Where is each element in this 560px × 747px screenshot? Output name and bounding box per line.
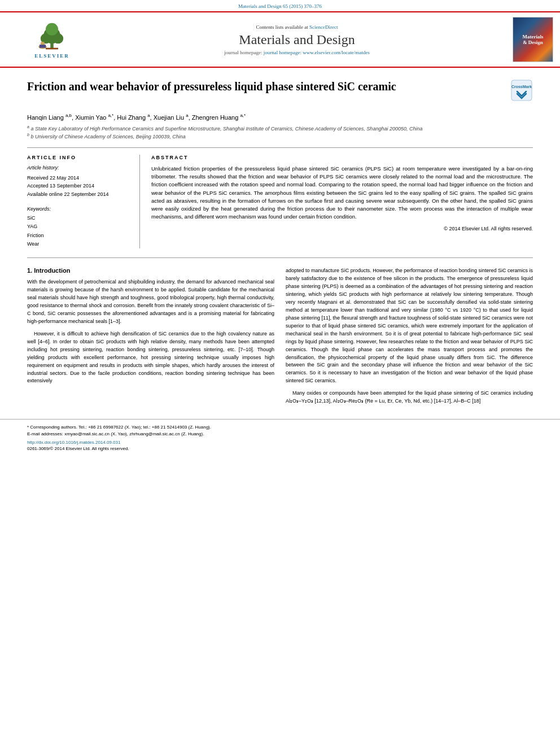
intro-para-1: With the development of petrochemical an… [27, 278, 274, 326]
article-title-section: Friction and wear behavior of pressurele… [27, 68, 533, 108]
footer-footnote2: E-mail addresses: xmyao@mail.sic.ac.cn (… [27, 431, 533, 438]
journal-ref-text: Materials and Design 65 (2015) 370–376 [238, 3, 322, 9]
journal-title: Materials and Design [97, 32, 497, 47]
svg-rect-5 [46, 47, 58, 49]
page-container: Materials and Design 65 (2015) 370–376 [0, 0, 560, 747]
accepted-date: Accepted 13 September 2014 [27, 182, 130, 190]
authors-line: Hanqin Liang a,b, Xiumin Yao a,*, Hui Zh… [27, 113, 533, 121]
journal-cover-area: Materials & Design [497, 17, 553, 62]
body-content: 1. Introduction With the development of … [27, 267, 533, 410]
keyword-wear: Wear [27, 240, 130, 248]
abstract-heading: ABSTRACT [151, 155, 533, 160]
main-content: Friction and wear behavior of pressurele… [0, 68, 560, 410]
elsevier-tree-icon [29, 21, 75, 52]
section-divider [27, 257, 533, 258]
journal-ref-bar: Materials and Design 65 (2015) 370–376 [0, 0, 560, 11]
received-date: Received 22 May 2014 [27, 174, 130, 182]
copyright-line: © 2014 Elsevier Ltd. All rights reserved… [151, 226, 533, 231]
keywords-heading: Keywords: [27, 206, 130, 212]
svg-point-3 [53, 33, 63, 43]
footer-copyright: 0261-3069/© 2014 Elsevier Ltd. All right… [27, 446, 533, 451]
keyword-sic: SiC [27, 214, 130, 222]
intro-para-right-1: adopted to manufacture SiC products. How… [286, 267, 533, 385]
keyword-yag: YAG [27, 222, 130, 231]
intro-text-left: With the development of petrochemical an… [27, 278, 274, 385]
intro-text-right: adopted to manufacture SiC products. How… [286, 267, 533, 405]
affiliation-b: b b University of Chinese Academy of Sci… [27, 132, 533, 141]
svg-point-4 [46, 23, 58, 35]
body-col-right: adopted to manufacture SiC products. How… [286, 267, 533, 410]
article-info-col: ARTICLE INFO Article history: Received 2… [27, 155, 140, 248]
abstract-text: Unlubricated friction properties of the … [151, 165, 533, 221]
journal-homepage: journal homepage: journal homepage: www.… [97, 50, 497, 55]
keyword-friction: Friction [27, 231, 130, 240]
elsevier-logo: ELSEVIER [29, 21, 75, 59]
elsevier-logo-area: ELSEVIER [7, 21, 97, 59]
available-date: Available online 22 September 2014 [27, 190, 130, 198]
intro-para-right-2: Many oxides or compounds have been attem… [286, 390, 533, 405]
article-history-heading: Article history: [27, 165, 130, 171]
footer-doi[interactable]: http://dx.doi.org/10.1016/j.matdes.2014.… [27, 440, 533, 445]
body-col-left: 1. Introduction With the development of … [27, 267, 274, 410]
science-direct-text: Contents lists available at ScienceDirec… [97, 24, 497, 30]
svg-text:CrossMark: CrossMark [511, 85, 532, 89]
page-footer: * Corresponding authors. Tel.: +86 21 69… [0, 419, 560, 456]
article-title-text: Friction and wear behavior of pressurele… [27, 79, 504, 94]
cover-line1: Materials [523, 34, 544, 40]
affiliation-a: a a State Key Laboratory of High Perform… [27, 124, 533, 133]
affiliations: a a State Key Laboratory of High Perform… [27, 124, 533, 141]
crossmark-badge[interactable]: CrossMark [510, 79, 533, 103]
elsevier-label: ELSEVIER [34, 53, 69, 59]
crossmark-icon: CrossMark [510, 79, 533, 102]
intro-title: 1. Introduction [27, 267, 274, 274]
intro-para-2: However, it is difficult to achieve high… [27, 330, 274, 386]
journal-homepage-link[interactable]: journal homepage: www.elsevier.com/locat… [264, 50, 370, 55]
article-info-heading: ARTICLE INFO [27, 155, 130, 160]
cover-line2: & Design [523, 40, 543, 45]
journal-header-center: Contents lists available at ScienceDirec… [97, 24, 497, 55]
article-title: Friction and wear behavior of pressurele… [27, 79, 504, 94]
footer-footnote1: * Corresponding authors. Tel.: +86 21 69… [27, 424, 533, 431]
journal-cover-thumb: Materials & Design [513, 17, 553, 62]
svg-rect-8 [40, 45, 46, 48]
article-info-abstract-section: ARTICLE INFO Article history: Received 2… [27, 147, 533, 248]
science-direct-link[interactable]: ScienceDirect [309, 24, 338, 30]
journal-header: ELSEVIER Contents lists available at Sci… [0, 11, 560, 68]
keywords-section: Keywords: SiC YAG Friction Wear [27, 206, 130, 248]
abstract-col: ABSTRACT Unlubricated friction propertie… [151, 155, 533, 248]
